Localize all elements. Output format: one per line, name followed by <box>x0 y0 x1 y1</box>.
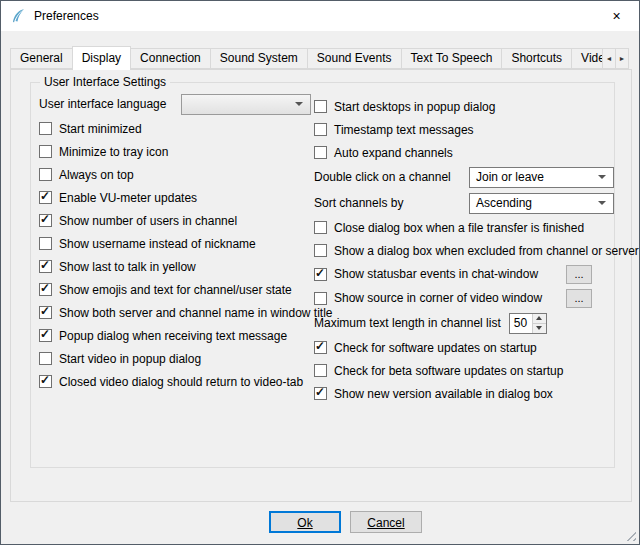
tab-shortcuts[interactable]: Shortcuts <box>501 48 572 69</box>
checkbox-icon <box>314 364 327 377</box>
checkbox-icon <box>39 214 52 227</box>
title-bar[interactable]: Preferences × <box>1 1 639 31</box>
tab-display[interactable]: Display <box>72 46 131 70</box>
sort-channels-select[interactable]: Ascending <box>469 193 614 214</box>
checkbox-show-new-version-dialog[interactable]: Show new version available in dialog box <box>314 382 614 405</box>
language-select[interactable] <box>181 94 311 115</box>
checkbox-show-user-count[interactable]: Show number of users in channel <box>39 209 311 232</box>
checkbox-start-minimized[interactable]: Start minimized <box>39 117 311 140</box>
left-column: User interface language Start minimized … <box>39 91 311 393</box>
spinner-up-button[interactable] <box>533 314 546 323</box>
close-icon: × <box>612 8 620 24</box>
chevron-down-icon <box>598 201 606 205</box>
checkbox-label: Check for software updates on startup <box>334 341 537 355</box>
tab-text-to-speech[interactable]: Text To Speech <box>401 48 503 69</box>
max-text-length-label: Maximum text length in channel list <box>314 316 501 330</box>
tab-connection[interactable]: Connection <box>130 48 211 69</box>
checkbox-vu-meter-updates[interactable]: Enable VU-meter updates <box>39 186 311 209</box>
checkbox-icon <box>314 100 327 113</box>
tab-scroll-right-button[interactable]: ► <box>615 48 629 69</box>
checkbox-label: Show new version available in dialog box <box>334 387 553 401</box>
checkbox-auto-expand-channels[interactable]: Auto expand channels <box>314 141 614 164</box>
tab-scroll-left-button[interactable]: ◄ <box>602 48 616 69</box>
checkbox-label: Minimize to tray icon <box>59 145 168 159</box>
preferences-dialog: Preferences × General Display Connection… <box>0 0 640 545</box>
sort-channels-row: Sort channels by Ascending <box>314 190 614 216</box>
max-text-length-spinner[interactable]: 50 <box>509 313 547 334</box>
checkbox-label: Start desktops in popup dialog <box>334 100 495 114</box>
tab-sound-system[interactable]: Sound System <box>210 48 308 69</box>
checkbox-label: Auto expand channels <box>334 146 453 160</box>
language-row: User interface language <box>39 91 311 117</box>
checkbox-icon <box>314 146 327 159</box>
checkbox-label: Timestamp text messages <box>334 123 474 137</box>
checkbox-icon <box>314 221 327 234</box>
checkbox-closed-video-return-tab[interactable]: Closed video dialog should return to vid… <box>39 370 311 393</box>
checkbox-label: Show source in corner of video window <box>334 291 542 305</box>
arrow-up-icon <box>536 316 542 320</box>
user-interface-settings-group: User Interface Settings User interface l… <box>30 82 615 468</box>
checkbox-label: Closed video dialog should return to vid… <box>59 375 303 389</box>
checkbox-label: Popup dialog when receiving text message <box>59 329 287 343</box>
checkbox-server-channel-in-title[interactable]: Show both server and channel name in win… <box>39 301 311 324</box>
tab-bar: General Display Connection Sound System … <box>10 46 632 70</box>
statusbar-events-more-button[interactable]: ... <box>566 265 592 284</box>
double-click-select[interactable]: Join or leave <box>469 167 614 188</box>
checkbox-label: Close dialog box when a file transfer is… <box>334 221 584 235</box>
checkbox-last-to-talk-yellow[interactable]: Show last to talk in yellow <box>39 255 311 278</box>
close-button[interactable]: × <box>594 1 639 31</box>
display-tab-panel: User Interface Settings User interface l… <box>10 69 632 502</box>
arrow-right-icon: ► <box>619 55 626 62</box>
checkbox-icon <box>314 244 327 257</box>
video-source-more-button[interactable]: ... <box>566 289 592 308</box>
checkbox-icon <box>39 283 52 296</box>
right-column: Start desktops in popup dialog Timestamp… <box>314 95 614 405</box>
resize-grip-icon[interactable] <box>623 528 636 541</box>
language-label: User interface language <box>39 97 166 111</box>
spinner-buttons <box>532 314 546 333</box>
tab-sound-events[interactable]: Sound Events <box>307 48 402 69</box>
checkbox-check-updates[interactable]: Check for software updates on startup <box>314 336 614 359</box>
window-title: Preferences <box>34 9 99 23</box>
sort-channels-value: Ascending <box>470 196 598 210</box>
checkbox-icon <box>39 237 52 250</box>
checkbox-icon[interactable] <box>314 292 327 305</box>
checkbox-timestamp-messages[interactable]: Timestamp text messages <box>314 118 614 141</box>
checkbox-label: Always on top <box>59 168 134 182</box>
ok-button[interactable]: Ok <box>269 511 341 533</box>
checkbox-icon <box>39 260 52 273</box>
checkbox-emojis-and-text[interactable]: Show emojis and text for channel/user st… <box>39 278 311 301</box>
chevron-down-icon <box>295 102 303 106</box>
app-logo-icon <box>10 8 26 24</box>
checkbox-label: Show both server and channel name in win… <box>59 306 333 320</box>
arrow-down-icon <box>536 326 542 330</box>
checkbox-icon <box>39 329 52 342</box>
checkbox-popup-on-text-message[interactable]: Popup dialog when receiving text message <box>39 324 311 347</box>
checkbox-close-on-transfer-finished[interactable]: Close dialog box when a file transfer is… <box>314 216 614 239</box>
cancel-button[interactable]: Cancel <box>350 511 422 533</box>
checkbox-username-instead-nickname[interactable]: Show username instead of nickname <box>39 232 311 255</box>
tab-general[interactable]: General <box>10 48 73 69</box>
checkbox-label: Start minimized <box>59 122 142 136</box>
checkbox-label: Show emojis and text for channel/user st… <box>59 283 292 297</box>
spinner-down-button[interactable] <box>533 323 546 333</box>
checkbox-label: Start video in popup dialog <box>59 352 201 366</box>
checkbox-check-beta-updates[interactable]: Check for beta software updates on start… <box>314 359 614 382</box>
checkbox-minimize-to-tray[interactable]: Minimize to tray icon <box>39 140 311 163</box>
checkbox-icon <box>314 387 327 400</box>
checkbox-icon <box>39 191 52 204</box>
checkbox-icon <box>39 168 52 181</box>
double-click-label: Double click on a channel <box>314 170 451 184</box>
checkbox-always-on-top[interactable]: Always on top <box>39 163 311 186</box>
checkbox-video-popup-dialog[interactable]: Start video in popup dialog <box>39 347 311 370</box>
sort-channels-label: Sort channels by <box>314 196 403 210</box>
checkbox-icon <box>314 341 327 354</box>
checkbox-icon <box>39 352 52 365</box>
checkbox-icon <box>314 123 327 136</box>
checkbox-icon[interactable] <box>314 268 327 281</box>
checkbox-icon <box>39 122 52 135</box>
double-click-value: Join or leave <box>470 170 598 184</box>
checkbox-label: Show username instead of nickname <box>59 237 256 251</box>
checkbox-desktops-popup[interactable]: Start desktops in popup dialog <box>314 95 614 118</box>
checkbox-dialog-when-excluded[interactable]: Show a dialog box when excluded from cha… <box>314 239 614 262</box>
